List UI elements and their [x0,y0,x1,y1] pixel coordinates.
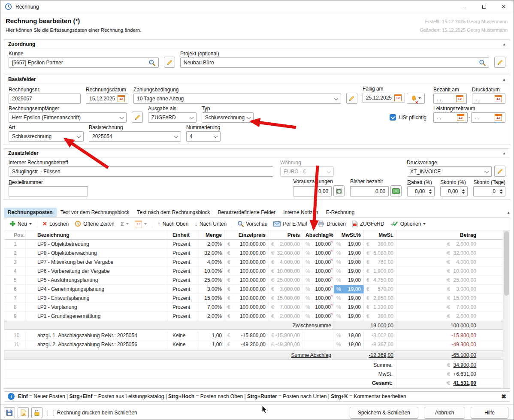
col-header-einheit[interactable]: Einheit [168,230,198,239]
col-header-bezeichnung[interactable]: Bezeichnung [26,230,168,239]
cell-betrag[interactable]: €15.000,00 [396,294,503,302]
cell-einzelpreis[interactable]: €100.000,00 [225,312,269,320]
cell-abschlag[interactable]: %100,00 [303,240,334,248]
cell-mwst-pct[interactable]: %19,00 [334,276,364,284]
cell-mwst[interactable]: €570,00 [364,285,396,293]
cell-mwst[interactable]: €760,00 [364,258,396,266]
cell-mwst[interactable]: €380,00 [364,240,396,248]
cell-abschlag[interactable] [303,331,334,340]
cell-pos[interactable]: 4 [4,267,26,275]
cell-abschlag[interactable]: %100,00 [303,276,334,284]
cell-menge[interactable]: 1,00 [198,340,225,349]
skonto-pct-stepper[interactable]: 0,00 [440,186,468,196]
save-close-button[interactable]: Speichern & Schließen [350,407,418,419]
unlock-icon-button[interactable] [31,407,42,418]
cell-abschlag[interactable]: %100,00 [303,294,334,302]
col-header-betrag[interactable]: Betrag [396,230,503,239]
col-header-mwst[interactable]: MwSt. [364,230,396,239]
skonto-tage-stepper[interactable]: 0 [473,186,505,196]
collapse-icon[interactable]: ▲ [502,78,506,82]
cell-einzelpreis[interactable]: €100.000,00 [225,285,269,293]
vorschau-button[interactable]: Vorschau [235,219,269,228]
cell-betrag[interactable]: €25.000,00 [396,276,503,284]
bisher-bezahlt-input[interactable]: 0,00 [350,186,389,196]
cell-abschlag[interactable]: %100,00 [303,258,334,266]
bestellnummer-input[interactable] [9,186,88,196]
cell-abschlag[interactable]: %100,00 [303,312,334,320]
cell-bezeichnung[interactable]: LP4 - Genehmigungsplanung [26,285,168,293]
tab-5[interactable]: Interne Notizen [279,208,322,217]
cell-pos[interactable]: 11 [4,340,26,349]
cell-einheit[interactable]: Prozent [168,294,198,302]
cell-abschlag[interactable] [303,340,334,349]
sum-button[interactable]: Σ [118,219,131,229]
cell-menge[interactable]: 2,00% [198,240,225,248]
druckvorlage-edit-button[interactable] [494,166,505,177]
cell-preis[interactable]: €2.000,00 [269,240,303,248]
cell-einzelpreis[interactable]: €100.000,00 [225,294,269,302]
cell-preis[interactable]: €7.000,00 [269,303,303,311]
cell-mwst[interactable]: €2.850,00 [364,294,396,302]
kunde-edit-button[interactable] [164,57,175,68]
cell-preis[interactable]: €3.000,00 [269,285,303,293]
cell-betrag[interactable]: €3.000,00 [396,285,503,293]
bezahlt-am-input[interactable]: . . [433,94,467,104]
cell-betrag[interactable]: €2.000,00 [396,240,503,248]
cell-menge[interactable]: 15,00% [198,294,225,302]
cell-mwst-pct[interactable]: %19,00 [334,294,364,302]
basisrechnung-select[interactable]: 2025054 [89,131,181,142]
save-icon-button[interactable] [4,407,15,418]
table-row[interactable]: 2LP8 - ObjektüberwachungProzent32,00%€10… [4,249,503,258]
spinner-arrows-icon[interactable] [460,187,466,196]
cell-abschlag[interactable]: %100,00 [303,267,334,275]
zahlungsbedingung-edit-button[interactable] [346,93,357,104]
cell-mwst-pct[interactable]: %19,00 [334,285,364,293]
cell-einzelpreis[interactable]: €100.000,00 [225,240,269,248]
cell-mwst-pct[interactable]: %19,00 [334,340,364,349]
table-row[interactable]: 5LP5 - AusführungsplanungProzent25,00%€1… [4,276,503,285]
ust-pflichtig-checkbox[interactable] [390,114,396,121]
optionen-button[interactable]: Optionen [388,220,428,228]
calendar-icon[interactable] [495,114,502,121]
cell-menge[interactable]: 4,00% [198,258,225,266]
cell-einheit[interactable]: Prozent [168,240,198,248]
table-row[interactable]: 3LP7 - Mitwirkung bei der VergabeProzent… [4,258,503,267]
cell-bezeichnung[interactable]: LP2 - Vorplanung [26,303,168,311]
cell-preis[interactable]: €32.000,00 [269,249,303,257]
cell-pos[interactable]: 3 [4,258,26,266]
kunde-input[interactable]: [5657] Epsilon Partner [9,57,159,68]
cell-einheit[interactable]: Prozent [168,276,198,284]
cell-bezeichnung[interactable]: LP3 - Entwurfsplanung [26,294,168,302]
tab-3[interactable]: Text nach dem Rechnungsblock [133,208,214,217]
cell-mwst[interactable]: -9.367,00 [364,340,396,349]
zugferd-button[interactable]: ZUGFeRD [350,219,387,229]
cell-mwst[interactable]: €6.080,00 [364,249,396,257]
cell-betrag[interactable]: €2.000,00 [396,312,503,320]
leistungszeitraum-bis-input[interactable]: . . [471,112,505,123]
cell-bezeichnung[interactable]: abzgl. 1. Abschlagszahlung ReNr.: 202505… [26,331,168,340]
cell-menge[interactable]: 25,00% [198,276,225,284]
cell-einzelpreis[interactable]: €-15.800,00 [225,331,269,340]
col-header-mwst-pct[interactable]: MwSt.% [334,230,364,239]
search-icon[interactable] [148,59,155,66]
cell-pos[interactable]: 1 [4,240,26,248]
typ-select[interactable]: Schlussrechnung [202,112,254,123]
cell-einzelpreis[interactable]: €100.000,00 [225,276,269,284]
cell-mwst-pct[interactable]: %19,00 [334,331,364,340]
cell-mwst[interactable]: -3.002,00 [364,331,396,340]
cell-preis[interactable]: €4.000,00 [269,258,303,266]
neu-button[interactable]: Neu [8,220,34,228]
minimize-button[interactable]: – [454,0,474,13]
spinner-arrows-icon[interactable] [498,187,504,196]
cell-menge[interactable]: 2,00% [198,312,225,320]
cell-pos[interactable]: 2 [4,249,26,257]
rechnungsnr-input[interactable]: 2025057 [9,94,81,104]
cell-einzelpreis[interactable]: €100.000,00 [225,267,269,275]
table-row[interactable]: 8LP2 - VorplanungProzent7,00%€100.000,00… [4,303,503,312]
calculator-icon[interactable] [333,185,345,196]
rechnungsempfaenger-select[interactable]: Herr Epsilon (Firmenanschrift) [9,112,127,123]
cell-mwst-pct[interactable]: %19,00 [334,267,364,275]
projekt-edit-button[interactable] [494,57,505,68]
cell-einheit[interactable]: Prozent [168,312,198,320]
cell-preis[interactable]: €2.000,00 [269,312,303,320]
